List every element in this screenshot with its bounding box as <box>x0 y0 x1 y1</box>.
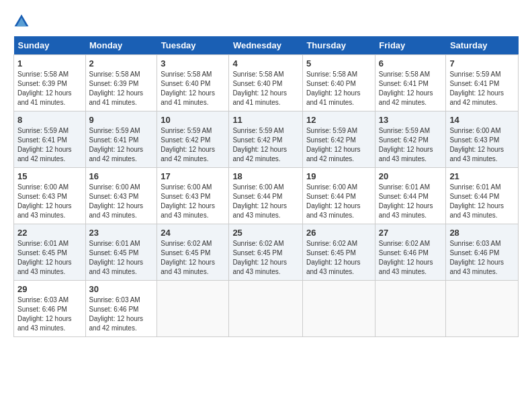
day-number: 2 <box>89 58 154 68</box>
day-info: Sunrise: 6:00 AMSunset: 6:44 PMDaylight:… <box>306 183 361 219</box>
calendar-week-5: 29Sunrise: 6:03 AMSunset: 6:46 PMDayligh… <box>14 281 519 337</box>
day-number: 29 <box>17 284 82 294</box>
day-info: Sunrise: 5:59 AMSunset: 6:41 PMDaylight:… <box>449 71 504 106</box>
calendar-week-1: 1Sunrise: 5:58 AMSunset: 6:39 PMDaylight… <box>14 55 519 111</box>
calendar-cell: 7Sunrise: 5:59 AMSunset: 6:41 PMDaylight… <box>446 55 519 111</box>
calendar-cell: 1Sunrise: 5:58 AMSunset: 6:39 PMDaylight… <box>14 55 86 111</box>
day-number: 19 <box>306 171 371 181</box>
day-number: 11 <box>232 115 299 125</box>
day-info: Sunrise: 5:59 AMSunset: 6:41 PMDaylight:… <box>89 127 144 163</box>
day-info: Sunrise: 6:02 AMSunset: 6:46 PMDaylight:… <box>379 240 433 275</box>
day-info: Sunrise: 6:01 AMSunset: 6:45 PMDaylight:… <box>89 240 144 275</box>
day-number: 27 <box>379 228 443 238</box>
calendar-cell: 29Sunrise: 6:03 AMSunset: 6:46 PMDayligh… <box>14 281 86 337</box>
day-info: Sunrise: 6:01 AMSunset: 6:44 PMDaylight:… <box>449 183 504 219</box>
day-info: Sunrise: 5:58 AMSunset: 6:40 PMDaylight:… <box>306 71 361 106</box>
day-info: Sunrise: 5:58 AMSunset: 6:40 PMDaylight:… <box>161 71 215 106</box>
logo <box>13 13 31 30</box>
calendar-cell: 2Sunrise: 5:58 AMSunset: 6:39 PMDaylight… <box>85 55 157 111</box>
calendar-cell: 20Sunrise: 6:01 AMSunset: 6:44 PMDayligh… <box>375 168 446 224</box>
day-info: Sunrise: 5:58 AMSunset: 6:39 PMDaylight:… <box>89 71 144 106</box>
day-info: Sunrise: 6:00 AMSunset: 6:43 PMDaylight:… <box>449 127 504 163</box>
day-number: 16 <box>89 171 154 181</box>
calendar-cell: 22Sunrise: 6:01 AMSunset: 6:45 PMDayligh… <box>14 224 86 281</box>
day-header-wednesday: Wednesday <box>229 36 303 55</box>
calendar-cell <box>302 281 375 337</box>
calendar-cell <box>157 281 229 337</box>
calendar-cell: 13Sunrise: 5:59 AMSunset: 6:42 PMDayligh… <box>375 111 446 168</box>
calendar-cell: 8Sunrise: 5:59 AMSunset: 6:41 PMDaylight… <box>14 111 86 168</box>
day-header-sunday: Sunday <box>14 36 86 55</box>
day-number: 20 <box>379 171 443 181</box>
calendar-cell: 19Sunrise: 6:00 AMSunset: 6:44 PMDayligh… <box>302 168 375 224</box>
day-info: Sunrise: 5:58 AMSunset: 6:41 PMDaylight:… <box>379 71 433 106</box>
calendar-cell: 17Sunrise: 6:00 AMSunset: 6:43 PMDayligh… <box>157 168 229 224</box>
calendar-cell: 18Sunrise: 6:00 AMSunset: 6:44 PMDayligh… <box>229 168 303 224</box>
calendar-cell: 15Sunrise: 6:00 AMSunset: 6:43 PMDayligh… <box>14 168 86 224</box>
day-info: Sunrise: 6:03 AMSunset: 6:46 PMDaylight:… <box>89 296 144 332</box>
day-header-friday: Friday <box>375 36 446 55</box>
day-info: Sunrise: 6:00 AMSunset: 6:43 PMDaylight:… <box>17 183 72 219</box>
day-info: Sunrise: 5:58 AMSunset: 6:40 PMDaylight:… <box>232 71 287 106</box>
day-header-monday: Monday <box>85 36 157 55</box>
calendar-table: SundayMondayTuesdayWednesdayThursdayFrid… <box>13 36 519 337</box>
day-info: Sunrise: 6:00 AMSunset: 6:44 PMDaylight:… <box>232 183 287 219</box>
day-number: 15 <box>17 171 82 181</box>
calendar-cell <box>229 281 303 337</box>
day-number: 4 <box>232 58 299 68</box>
day-number: 21 <box>449 171 515 181</box>
day-info: Sunrise: 6:00 AMSunset: 6:43 PMDaylight:… <box>161 183 215 219</box>
calendar-cell: 27Sunrise: 6:02 AMSunset: 6:46 PMDayligh… <box>375 224 446 281</box>
day-number: 9 <box>89 115 154 125</box>
day-number: 1 <box>17 58 82 68</box>
day-number: 24 <box>161 228 225 238</box>
day-number: 30 <box>89 284 154 294</box>
calendar-cell: 5Sunrise: 5:58 AMSunset: 6:40 PMDaylight… <box>302 55 375 111</box>
calendar-cell: 4Sunrise: 5:58 AMSunset: 6:40 PMDaylight… <box>229 55 303 111</box>
page-header <box>13 13 519 30</box>
day-info: Sunrise: 6:03 AMSunset: 6:46 PMDaylight:… <box>17 296 72 332</box>
day-number: 13 <box>379 115 443 125</box>
day-info: Sunrise: 5:59 AMSunset: 6:42 PMDaylight:… <box>379 127 433 163</box>
calendar-cell: 12Sunrise: 5:59 AMSunset: 6:42 PMDayligh… <box>302 111 375 168</box>
day-info: Sunrise: 6:03 AMSunset: 6:46 PMDaylight:… <box>449 240 504 275</box>
day-number: 17 <box>161 171 225 181</box>
day-header-saturday: Saturday <box>446 36 519 55</box>
day-info: Sunrise: 6:02 AMSunset: 6:45 PMDaylight:… <box>161 240 215 275</box>
day-number: 26 <box>306 228 371 238</box>
day-number: 5 <box>306 58 371 68</box>
day-number: 18 <box>232 171 299 181</box>
day-info: Sunrise: 6:02 AMSunset: 6:45 PMDaylight:… <box>306 240 361 275</box>
day-info: Sunrise: 6:01 AMSunset: 6:44 PMDaylight:… <box>379 183 433 219</box>
calendar-cell: 14Sunrise: 6:00 AMSunset: 6:43 PMDayligh… <box>446 111 519 168</box>
calendar-cell: 23Sunrise: 6:01 AMSunset: 6:45 PMDayligh… <box>85 224 157 281</box>
calendar-cell: 9Sunrise: 5:59 AMSunset: 6:41 PMDaylight… <box>85 111 157 168</box>
calendar-cell: 30Sunrise: 6:03 AMSunset: 6:46 PMDayligh… <box>85 281 157 337</box>
calendar-cell: 26Sunrise: 6:02 AMSunset: 6:45 PMDayligh… <box>302 224 375 281</box>
calendar-cell: 24Sunrise: 6:02 AMSunset: 6:45 PMDayligh… <box>157 224 229 281</box>
day-info: Sunrise: 6:00 AMSunset: 6:43 PMDaylight:… <box>89 183 144 219</box>
day-number: 22 <box>17 228 82 238</box>
calendar-cell: 28Sunrise: 6:03 AMSunset: 6:46 PMDayligh… <box>446 224 519 281</box>
day-number: 7 <box>449 58 515 68</box>
logo-icon <box>13 13 30 30</box>
day-info: Sunrise: 5:58 AMSunset: 6:39 PMDaylight:… <box>17 71 72 106</box>
day-number: 10 <box>161 115 225 125</box>
calendar-week-4: 22Sunrise: 6:01 AMSunset: 6:45 PMDayligh… <box>14 224 519 281</box>
calendar-week-2: 8Sunrise: 5:59 AMSunset: 6:41 PMDaylight… <box>14 111 519 168</box>
calendar-cell: 10Sunrise: 5:59 AMSunset: 6:42 PMDayligh… <box>157 111 229 168</box>
day-info: Sunrise: 6:02 AMSunset: 6:45 PMDaylight:… <box>232 240 287 275</box>
day-number: 8 <box>17 115 82 125</box>
day-number: 3 <box>161 58 225 68</box>
calendar-cell: 6Sunrise: 5:58 AMSunset: 6:41 PMDaylight… <box>375 55 446 111</box>
day-number: 6 <box>379 58 443 68</box>
day-info: Sunrise: 5:59 AMSunset: 6:41 PMDaylight:… <box>17 127 72 163</box>
day-number: 25 <box>232 228 299 238</box>
calendar-cell: 21Sunrise: 6:01 AMSunset: 6:44 PMDayligh… <box>446 168 519 224</box>
day-info: Sunrise: 5:59 AMSunset: 6:42 PMDaylight:… <box>232 127 287 163</box>
day-number: 28 <box>449 228 515 238</box>
day-header-thursday: Thursday <box>302 36 375 55</box>
calendar-cell: 25Sunrise: 6:02 AMSunset: 6:45 PMDayligh… <box>229 224 303 281</box>
calendar-week-3: 15Sunrise: 6:00 AMSunset: 6:43 PMDayligh… <box>14 168 519 224</box>
calendar-cell <box>375 281 446 337</box>
